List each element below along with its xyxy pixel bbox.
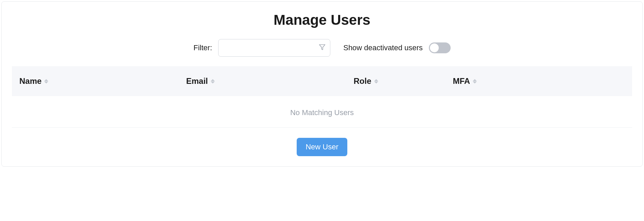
filter-input[interactable] [218,39,330,57]
column-header-role-label: Role [354,76,371,86]
column-header-email-label: Email [186,76,208,86]
filter-label: Filter: [193,43,212,52]
footer: New User [12,128,632,156]
sort-icon [473,79,477,84]
filter-input-wrap [218,39,330,57]
column-header-name[interactable]: Name [19,76,48,86]
sort-icon [374,79,378,84]
empty-state-row: No Matching Users [12,96,632,128]
sort-icon [211,79,215,84]
new-user-button[interactable]: New User [297,138,347,156]
show-deactivated-label: Show deactivated users [343,43,423,52]
column-header-mfa[interactable]: MFA [453,76,477,86]
column-header-name-label: Name [19,76,41,86]
users-table: Name Email [12,66,632,128]
sort-icon [44,79,48,84]
controls-row: Filter: Show deactivated users [12,39,632,57]
manage-users-card: Manage Users Filter: Show deactivated us… [1,1,643,167]
show-deactivated-toggle[interactable] [429,42,451,53]
column-header-mfa-label: MFA [453,76,470,86]
toggle-knob [430,43,439,52]
empty-state-message: No Matching Users [12,96,632,128]
column-header-email[interactable]: Email [186,76,215,86]
column-header-role[interactable]: Role [354,76,378,86]
page-title: Manage Users [12,12,632,28]
table-header-row: Name Email [12,66,632,96]
